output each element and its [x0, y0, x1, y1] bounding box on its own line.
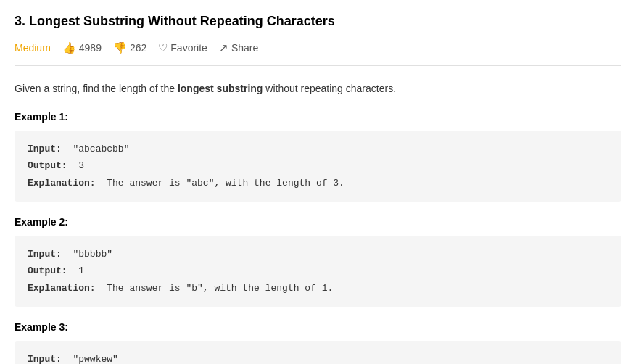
problem-description: Given a string, find the length of the l…: [15, 80, 621, 96]
dislikes-action[interactable]: 👎 262: [113, 40, 146, 57]
description-bold: longest substring: [178, 83, 263, 94]
description-end: without repeating characters.: [263, 83, 396, 94]
example-1-explanation: Explanation: The answer is "abc", with t…: [28, 175, 608, 191]
favorite-action[interactable]: ♡ Favorite: [158, 40, 207, 57]
dislikes-count: 262: [130, 41, 146, 56]
meta-bar: Medium 👍 4989 👎 262 ♡ Favorite ↗ Share: [15, 40, 621, 66]
likes-action[interactable]: 👍 4989: [62, 40, 102, 57]
example-2-output: Output: 1: [28, 262, 608, 279]
example-2-explanation: Explanation: The answer is "b", with the…: [28, 280, 608, 297]
share-label: Share: [231, 41, 258, 56]
example-3-input: Input: "pwwkew": [28, 351, 608, 364]
problem-title: 3. Longest Substring Without Repeating C…: [15, 12, 621, 31]
example-3-label: Example 3:: [15, 320, 621, 335]
share-action[interactable]: ↗ Share: [219, 40, 258, 57]
likes-count: 4989: [79, 41, 102, 56]
example-1-input: Input: "abcabcbb": [28, 141, 608, 157]
example-1-output: Output: 3: [28, 157, 608, 174]
example-2-block: Input: "bbbbb" Output: 1 Explanation: Th…: [15, 236, 621, 307]
share-icon: ↗: [219, 40, 228, 57]
difficulty-badge: Medium: [15, 41, 51, 56]
example-2-input: Input: "bbbbb": [28, 246, 608, 262]
example-1-block: Input: "abcabcbb" Output: 3 Explanation:…: [15, 131, 621, 202]
example-2-label: Example 2:: [15, 215, 621, 230]
thumbs-down-icon: 👎: [113, 40, 127, 57]
example-1-label: Example 1:: [15, 109, 621, 125]
thumbs-up-icon: 👍: [62, 40, 76, 57]
favorite-label: Favorite: [170, 41, 207, 56]
example-3-block: Input: "pwwkew" Output: 3 Explanation: T…: [15, 341, 621, 364]
description-pre: Given a string, find the length of the: [15, 83, 178, 94]
heart-icon: ♡: [158, 40, 168, 57]
